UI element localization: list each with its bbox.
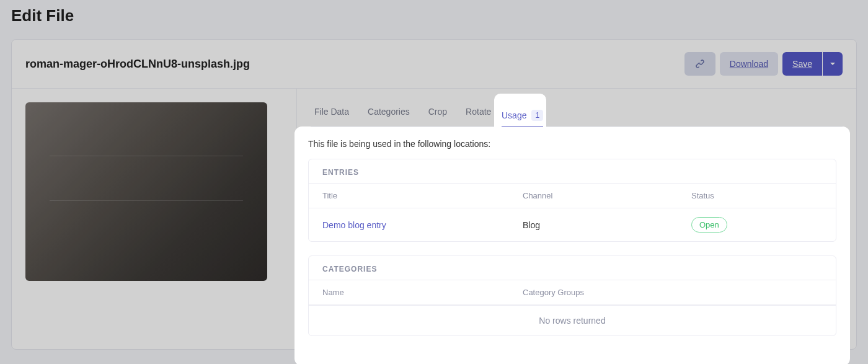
- page-title: Edit File: [0, 0, 868, 39]
- categories-heading: CATEGORIES: [309, 256, 836, 280]
- tab-file-data[interactable]: File Data: [311, 97, 353, 126]
- entries-col-status: Status: [678, 184, 836, 208]
- tab-usage-count: 1: [531, 110, 543, 121]
- tab-rotate[interactable]: Rotate: [462, 97, 495, 126]
- left-panel: [12, 89, 297, 349]
- save-button-group: Save: [782, 52, 843, 76]
- entries-header-row: Title Channel Status: [309, 184, 836, 208]
- entry-title-cell: Demo blog entry: [309, 208, 509, 242]
- tab-categories[interactable]: Categories: [364, 97, 414, 126]
- categories-empty: No rows returned: [309, 305, 836, 335]
- categories-header-row: Name Category Groups: [309, 280, 836, 305]
- usage-panel: This file is being used in the following…: [294, 127, 850, 364]
- categories-col-name: Name: [309, 280, 509, 305]
- image-preview: [25, 102, 267, 281]
- header-actions: Download Save: [684, 52, 843, 76]
- entries-section: ENTRIES Title Channel Status Demo blog e…: [308, 159, 836, 242]
- tab-usage-label: Usage: [502, 110, 526, 120]
- entries-col-channel: Channel: [509, 184, 678, 208]
- download-button[interactable]: Download: [720, 52, 778, 76]
- entries-table: Title Channel Status Demo blog entry Blo…: [309, 183, 836, 241]
- filename: roman-mager-oHrodCLNnU8-unsplash.jpg: [25, 58, 250, 71]
- categories-col-groups: Category Groups: [509, 280, 836, 305]
- usage-intro: This file is being used in the following…: [308, 139, 836, 149]
- entries-heading: ENTRIES: [309, 159, 836, 183]
- link-icon: [694, 58, 706, 69]
- tab-crop[interactable]: Crop: [425, 97, 451, 126]
- entry-title-link[interactable]: Demo blog entry: [322, 220, 386, 230]
- entry-status-cell: Open: [678, 208, 836, 242]
- save-button-label: Save: [792, 59, 812, 69]
- download-button-label: Download: [730, 59, 768, 69]
- table-row: Demo blog entry Blog Open: [309, 208, 836, 242]
- save-button[interactable]: Save: [782, 52, 822, 76]
- tab-usage[interactable]: Usage 1: [494, 94, 546, 127]
- save-dropdown-button[interactable]: [823, 52, 843, 76]
- chevron-down-icon: [830, 61, 836, 67]
- categories-table: Name Category Groups: [309, 280, 836, 305]
- categories-section: CATEGORIES Name Category Groups No rows …: [308, 255, 836, 336]
- entries-col-title: Title: [309, 184, 509, 208]
- card-header: roman-mager-oHrodCLNnU8-unsplash.jpg Dow…: [12, 40, 856, 89]
- link-button[interactable]: [684, 52, 715, 76]
- status-badge: Open: [691, 217, 727, 233]
- tabs: File Data Categories Crop Rotate Resize …: [311, 97, 843, 127]
- entry-channel-cell: Blog: [509, 208, 678, 242]
